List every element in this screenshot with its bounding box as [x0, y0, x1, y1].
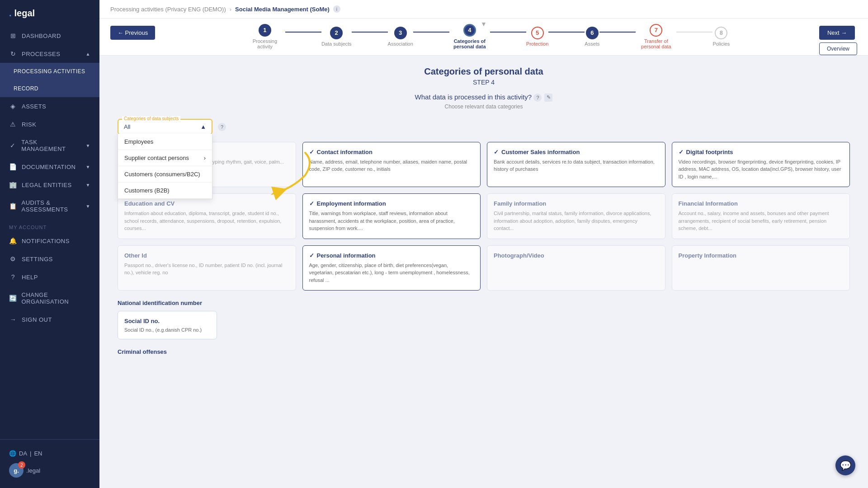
logo-dot: .: [9, 8, 12, 19]
card-title: Photograph/Video: [494, 252, 659, 259]
sidebar-item-label: DOCUMENTATION: [22, 164, 75, 170]
category-card-digital-footprints[interactable]: ✓ Digital footprints Video recordings, b…: [672, 142, 850, 188]
sidebar-footer: 🌐 DA | EN g. 2 .legal: [0, 439, 99, 488]
docs-icon: 📄: [9, 163, 17, 170]
step-line-4-5: [490, 32, 526, 33]
sidebar-item-label: DASHBOARD: [22, 33, 61, 39]
filter-option-employees[interactable]: Employees: [118, 134, 212, 150]
step-5[interactable]: 5 Protection: [526, 27, 549, 47]
chevron-down-icon: ▼: [86, 183, 90, 188]
sidebar-item-label: ASSETS: [22, 103, 46, 110]
globe-icon: 🌐: [9, 450, 16, 457]
sidebar-item-record[interactable]: RECORD: [0, 80, 99, 97]
step-7[interactable]: 7 Transfer of personal data: [636, 24, 676, 49]
previous-button[interactable]: ← Previous: [110, 26, 155, 40]
checkmark-icon: ✓: [309, 200, 314, 207]
chevron-down-icon: ▼: [86, 204, 90, 209]
category-card-property-info[interactable]: Property Information: [672, 245, 850, 291]
category-card-personal[interactable]: ✓ Personal information Age, gender, citi…: [302, 245, 481, 291]
edit-icon[interactable]: ✎: [544, 94, 552, 102]
card-desc: Account no., salary, income and assets, …: [679, 210, 844, 232]
sidebar-item-help[interactable]: ? HELP: [0, 268, 99, 286]
chevron-right-icon: ›: [204, 155, 206, 161]
category-card-contact-info[interactable]: ✓ Contact information Name, address, ema…: [302, 142, 481, 188]
sidebar-item-dashboard[interactable]: ⊞ DASHBOARD: [0, 27, 99, 45]
category-card-photograph[interactable]: Photograph/Video: [487, 245, 665, 291]
step-2[interactable]: 2 Data subjects: [321, 27, 352, 47]
info-icon[interactable]: i: [333, 5, 340, 13]
sidebar-item-documentation[interactable]: 📄 DOCUMENTATION ▼: [0, 158, 99, 176]
category-card-financial[interactable]: Financial Information Account no., salar…: [672, 193, 850, 239]
step-circle-6: 6: [586, 27, 599, 39]
step-8[interactable]: 8 Policies: [712, 27, 730, 47]
sidebar-item-settings[interactable]: ⚙ SETTINGS: [0, 250, 99, 268]
step-4[interactable]: 4 Categories of personal data: [449, 24, 490, 49]
task-icon: ✓: [9, 142, 17, 149]
breadcrumb-parent[interactable]: Processing activities (Privacy ENG (DEMO…: [110, 6, 226, 13]
step-label-4: Categories of personal data: [449, 38, 490, 49]
change-org-icon: 🔄: [9, 295, 17, 302]
category-card-family[interactable]: Family information Civil partnership, ma…: [487, 193, 665, 239]
card-title: Property Information: [679, 252, 844, 259]
sidebar-item-legal-entities[interactable]: 🏢 LEGAL ENTITIES ▼: [0, 176, 99, 194]
filter-option-customers-b2b[interactable]: Customers (B2B): [118, 183, 212, 199]
sidebar-item-processes[interactable]: ↻ PROCESSES ▲: [0, 45, 99, 63]
notification-badge: 2: [18, 461, 25, 469]
topbar: Processing activities (Privacy ENG (DEMO…: [99, 0, 868, 19]
checkmark-icon: ✓: [309, 252, 314, 259]
sidebar-item-sign-out[interactable]: → SIGN OUT: [0, 310, 99, 328]
category-card-education[interactable]: Education and CV Information about educa…: [118, 193, 296, 239]
chevron-down-icon: ▼: [86, 164, 90, 169]
category-card-customer-sales[interactable]: ✓ Customer Sales information Bank accoun…: [487, 142, 665, 188]
checkmark-icon: ✓: [679, 149, 684, 155]
card-title: Education and CV: [124, 200, 289, 207]
step-line-7-8: [676, 32, 712, 33]
sidebar-item-assets[interactable]: ◈ ASSETS: [0, 97, 99, 115]
step-nav-inner: 1 Processing activity 2 Data subjects 3 …: [162, 24, 812, 55]
card-title: ✓ Contact information: [309, 149, 474, 155]
content-area: Categories of personal data STEP 4 What …: [99, 56, 868, 488]
filter-help-icon[interactable]: ?: [218, 123, 226, 131]
sidebar-item-processing-activities[interactable]: PROCESSING ACTIVITIES: [0, 63, 99, 80]
sidebar-item-label: TASK MANAGEMENT: [21, 139, 81, 152]
filter-option-customers-b2c[interactable]: Customers (consumers/B2C): [118, 166, 212, 183]
sidebar-item-change-org[interactable]: 🔄 CHANGE ORGANISATION: [0, 286, 99, 310]
overview-button[interactable]: Overview: [819, 42, 857, 55]
filter-dropdown-menu: Employees Supplier contact persons › Cus…: [118, 134, 212, 199]
next-button[interactable]: Next →: [819, 26, 855, 40]
step-3[interactable]: 3 Association: [388, 27, 413, 47]
avatar-badge-container: g. 2: [9, 463, 24, 478]
help-icon[interactable]: ?: [533, 94, 542, 102]
category-card-employment[interactable]: ✓ Employment information Title, warnings…: [302, 193, 481, 239]
lang-en[interactable]: EN: [34, 450, 42, 457]
sidebar-item-task-management[interactable]: ✓ TASK MANAGEMENT ▼: [0, 133, 99, 158]
sidebar-item-audits[interactable]: 📋 AUDITS & ASSESSMENTS ▼: [0, 194, 99, 218]
card-desc: Video recordings, browser fingerprinting…: [679, 158, 844, 181]
avatar-label: .legal: [26, 467, 40, 474]
dashboard-icon: ⊞: [9, 32, 17, 39]
step-6[interactable]: 6 Assets: [585, 27, 599, 47]
lang-da[interactable]: DA: [19, 450, 27, 457]
sidebar-item-risk[interactable]: ⚠ RISK: [0, 115, 99, 133]
sidebar-item-notifications[interactable]: 🔔 NOTIFICATIONS: [0, 232, 99, 250]
category-card-other-id[interactable]: Other Id Passport no., driver's license …: [118, 245, 296, 291]
filter-option-supplier[interactable]: Supplier contact persons ›: [118, 150, 212, 166]
step-label-6: Assets: [585, 41, 599, 47]
step-line-5-6: [548, 32, 585, 33]
card-title: ✓ Customer Sales information: [494, 149, 659, 155]
processes-icon: ↻: [9, 50, 17, 57]
step-circle-4: 4: [463, 24, 476, 37]
filter-select-button[interactable]: All ▲: [118, 120, 212, 134]
help-icon: ?: [9, 273, 17, 281]
chat-button[interactable]: 💬: [835, 455, 855, 475]
sidebar-item-label: RISK: [22, 121, 36, 128]
step-1[interactable]: 1 Processing activity: [245, 24, 285, 49]
card-desc: Civil partnership, marital status, famil…: [494, 210, 659, 232]
step-circle-1: 1: [259, 24, 271, 37]
settings-icon: ⚙: [9, 255, 17, 263]
card-title: Other Id: [124, 252, 289, 259]
social-id-card[interactable]: Social ID no. Social ID no., (e.g.danish…: [118, 311, 217, 339]
page-question: What data is processed in this activity?: [415, 93, 532, 101]
criminal-section-label: Criminal offenses: [118, 348, 850, 355]
assets-icon: ◈: [9, 103, 17, 110]
